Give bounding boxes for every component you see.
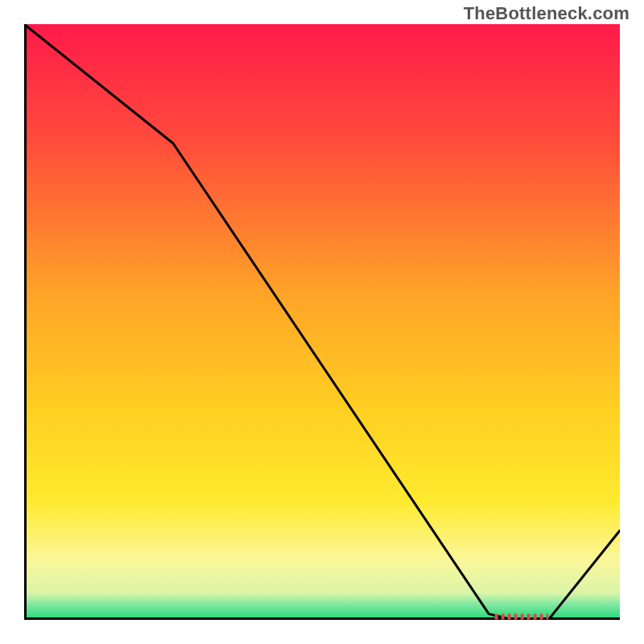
chart-svg	[24, 24, 620, 620]
gradient-background	[24, 24, 620, 620]
watermark-text: TheBottleneck.com	[464, 3, 630, 24]
chart-container: TheBottleneck.com	[0, 0, 644, 644]
plot-area	[24, 24, 620, 620]
